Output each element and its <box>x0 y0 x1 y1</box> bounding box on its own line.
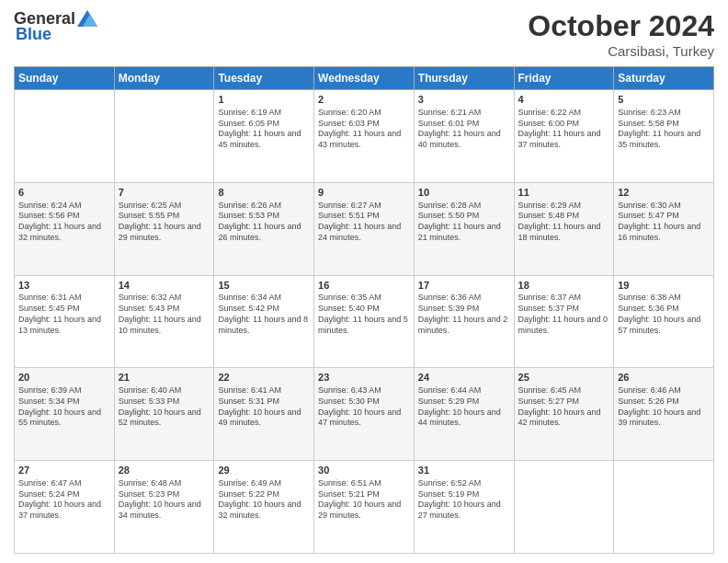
day-number: 24 <box>418 371 510 385</box>
table-row: 2Sunrise: 6:20 AMSunset: 6:03 PMDaylight… <box>314 90 415 183</box>
day-number: 11 <box>518 186 610 200</box>
col-tuesday: Tuesday <box>214 67 314 90</box>
sunrise-text: Sunrise: 6:19 AM <box>218 108 281 117</box>
table-row: 12Sunrise: 6:30 AMSunset: 5:47 PMDayligh… <box>614 182 714 275</box>
day-info: Sunrise: 6:48 AMSunset: 5:23 PMDaylight:… <box>119 478 210 522</box>
page: General Blue October 2024 Carsibasi, Tur… <box>0 0 728 563</box>
title-area: October 2024 Carsibasi, Turkey <box>528 9 714 59</box>
logo: General Blue <box>14 9 97 44</box>
sunset-text: Sunset: 5:37 PM <box>518 304 580 313</box>
table-row: 9Sunrise: 6:27 AMSunset: 5:51 PMDaylight… <box>314 182 415 275</box>
day-number: 27 <box>18 464 110 477</box>
day-number: 8 <box>218 186 310 200</box>
daylight-text: Daylight: 11 hours and 5 minutes. <box>318 315 408 335</box>
table-row: 21Sunrise: 6:40 AMSunset: 5:33 PMDayligh… <box>114 368 214 461</box>
sunset-text: Sunset: 5:33 PM <box>119 396 180 406</box>
day-info: Sunrise: 6:26 AMSunset: 5:53 PMDaylight:… <box>218 201 310 244</box>
sunrise-text: Sunrise: 6:30 AM <box>618 201 681 210</box>
sunrise-text: Sunrise: 6:32 AM <box>119 293 182 302</box>
day-number: 2 <box>318 93 410 107</box>
table-row <box>514 461 614 554</box>
sunrise-text: Sunrise: 6:25 AM <box>119 201 182 210</box>
day-info: Sunrise: 6:47 AMSunset: 5:24 PMDaylight:… <box>18 478 110 522</box>
daylight-text: Daylight: 11 hours and 37 minutes. <box>518 129 601 149</box>
col-saturday: Saturday <box>614 67 714 90</box>
day-info: Sunrise: 6:34 AMSunset: 5:42 PMDaylight:… <box>218 293 310 336</box>
day-number: 17 <box>418 279 510 293</box>
sunset-text: Sunset: 5:48 PM <box>518 211 580 220</box>
daylight-text: Daylight: 11 hours and 26 minutes. <box>218 222 301 242</box>
sunset-text: Sunset: 5:27 PM <box>518 396 580 406</box>
daylight-text: Daylight: 10 hours and 32 minutes. <box>218 500 301 520</box>
day-number: 26 <box>618 371 710 385</box>
sunset-text: Sunset: 6:01 PM <box>418 119 480 128</box>
table-row <box>114 90 214 183</box>
sunset-text: Sunset: 5:50 PM <box>418 211 480 220</box>
daylight-text: Daylight: 11 hours and 16 minutes. <box>618 222 700 242</box>
day-number: 6 <box>18 186 110 200</box>
table-row: 4Sunrise: 6:22 AMSunset: 6:00 PMDaylight… <box>514 90 614 183</box>
day-info: Sunrise: 6:39 AMSunset: 5:34 PMDaylight:… <box>18 385 110 429</box>
sunrise-text: Sunrise: 6:35 AM <box>318 293 381 302</box>
table-row: 7Sunrise: 6:25 AMSunset: 5:55 PMDaylight… <box>114 182 214 275</box>
day-info: Sunrise: 6:31 AMSunset: 5:45 PMDaylight:… <box>18 293 110 336</box>
day-info: Sunrise: 6:25 AMSunset: 5:55 PMDaylight:… <box>119 201 210 244</box>
day-info: Sunrise: 6:27 AMSunset: 5:51 PMDaylight:… <box>318 201 410 244</box>
day-info: Sunrise: 6:46 AMSunset: 5:26 PMDaylight:… <box>618 385 710 429</box>
sunrise-text: Sunrise: 6:39 AM <box>18 385 82 395</box>
daylight-text: Daylight: 11 hours and 10 minutes. <box>119 315 201 335</box>
day-number: 7 <box>119 186 210 200</box>
sunset-text: Sunset: 5:51 PM <box>318 211 380 220</box>
day-info: Sunrise: 6:49 AMSunset: 5:22 PMDaylight:… <box>218 478 310 522</box>
day-info: Sunrise: 6:29 AMSunset: 5:48 PMDaylight:… <box>518 201 610 244</box>
day-info: Sunrise: 6:32 AMSunset: 5:43 PMDaylight:… <box>119 293 210 336</box>
day-number: 31 <box>418 464 510 477</box>
daylight-text: Daylight: 11 hours and 35 minutes. <box>618 129 700 149</box>
day-number: 28 <box>119 464 210 477</box>
daylight-text: Daylight: 11 hours and 24 minutes. <box>318 222 401 242</box>
day-info: Sunrise: 6:41 AMSunset: 5:31 PMDaylight:… <box>218 385 310 429</box>
daylight-text: Daylight: 11 hours and 21 minutes. <box>418 222 501 242</box>
col-sunday: Sunday <box>15 67 115 90</box>
sunrise-text: Sunrise: 6:47 AM <box>18 478 82 488</box>
day-info: Sunrise: 6:43 AMSunset: 5:30 PMDaylight:… <box>318 385 410 429</box>
sunrise-text: Sunrise: 6:20 AM <box>318 108 381 117</box>
logo-icon <box>77 10 97 27</box>
daylight-text: Daylight: 10 hours and 34 minutes. <box>119 500 201 520</box>
daylight-text: Daylight: 10 hours and 44 minutes. <box>418 408 501 428</box>
day-number: 10 <box>418 186 510 200</box>
day-number: 12 <box>618 186 710 200</box>
day-number: 15 <box>218 279 310 293</box>
day-info: Sunrise: 6:40 AMSunset: 5:33 PMDaylight:… <box>119 385 210 429</box>
sunrise-text: Sunrise: 6:40 AM <box>119 385 182 395</box>
table-row <box>614 461 714 554</box>
day-number: 16 <box>318 279 410 293</box>
sunrise-text: Sunrise: 6:23 AM <box>618 108 681 117</box>
day-info: Sunrise: 6:45 AMSunset: 5:27 PMDaylight:… <box>518 385 610 429</box>
day-number: 3 <box>418 93 510 107</box>
day-info: Sunrise: 6:28 AMSunset: 5:50 PMDaylight:… <box>418 201 510 244</box>
sunrise-text: Sunrise: 6:24 AM <box>18 201 82 210</box>
daylight-text: Daylight: 10 hours and 27 minutes. <box>418 500 501 520</box>
daylight-text: Daylight: 10 hours and 55 minutes. <box>18 408 101 428</box>
sunset-text: Sunset: 5:40 PM <box>318 304 380 313</box>
sunrise-text: Sunrise: 6:41 AM <box>218 385 281 395</box>
sunset-text: Sunset: 5:55 PM <box>119 211 180 220</box>
sunset-text: Sunset: 5:39 PM <box>418 304 480 313</box>
sunrise-text: Sunrise: 6:22 AM <box>518 108 582 117</box>
calendar-week-row: 13Sunrise: 6:31 AMSunset: 5:45 PMDayligh… <box>15 275 714 368</box>
day-number: 19 <box>618 279 710 293</box>
table-row: 19Sunrise: 6:38 AMSunset: 5:36 PMDayligh… <box>614 275 714 368</box>
title-month: October 2024 <box>528 9 714 43</box>
table-row: 26Sunrise: 6:46 AMSunset: 5:26 PMDayligh… <box>614 368 714 461</box>
sunrise-text: Sunrise: 6:49 AM <box>218 478 281 488</box>
table-row: 11Sunrise: 6:29 AMSunset: 5:48 PMDayligh… <box>514 182 614 275</box>
day-number: 14 <box>119 279 210 293</box>
calendar-week-row: 20Sunrise: 6:39 AMSunset: 5:34 PMDayligh… <box>15 368 714 461</box>
table-row: 16Sunrise: 6:35 AMSunset: 5:40 PMDayligh… <box>314 275 415 368</box>
daylight-text: Daylight: 11 hours and 45 minutes. <box>218 129 301 149</box>
day-info: Sunrise: 6:20 AMSunset: 6:03 PMDaylight:… <box>318 108 410 151</box>
daylight-text: Daylight: 11 hours and 8 minutes. <box>218 315 308 335</box>
sunset-text: Sunset: 5:23 PM <box>119 489 180 499</box>
sunset-text: Sunset: 5:19 PM <box>418 489 480 499</box>
